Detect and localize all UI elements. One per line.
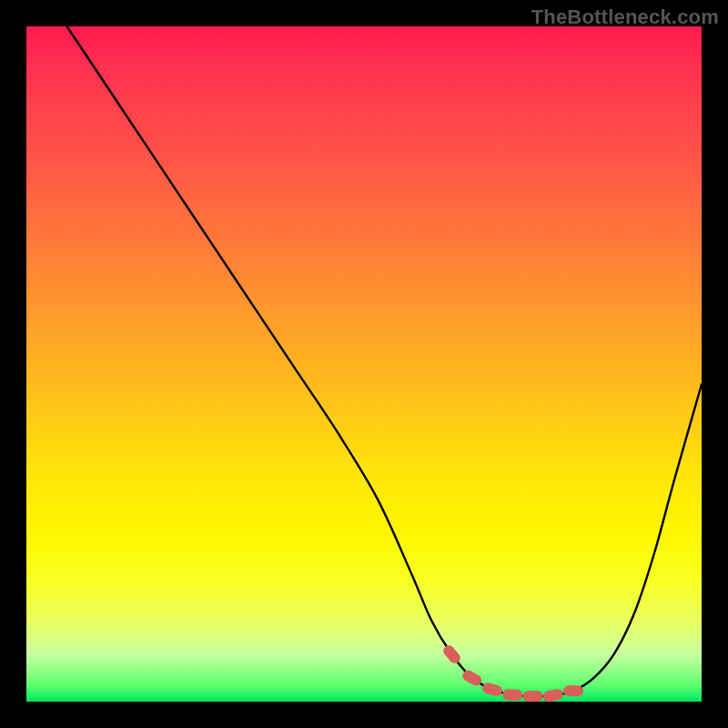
plateau-marker <box>522 691 542 703</box>
plateau-marker <box>563 685 583 696</box>
plateau-marker <box>502 689 523 701</box>
plateau-marker <box>481 682 503 697</box>
plateau-marker <box>542 688 564 703</box>
watermark-text: TheBottleneck.com <box>531 5 719 29</box>
chart-svg <box>26 26 702 702</box>
bottleneck-curve <box>67 26 702 696</box>
plateau-markers <box>441 643 583 703</box>
plateau-marker <box>441 643 462 666</box>
